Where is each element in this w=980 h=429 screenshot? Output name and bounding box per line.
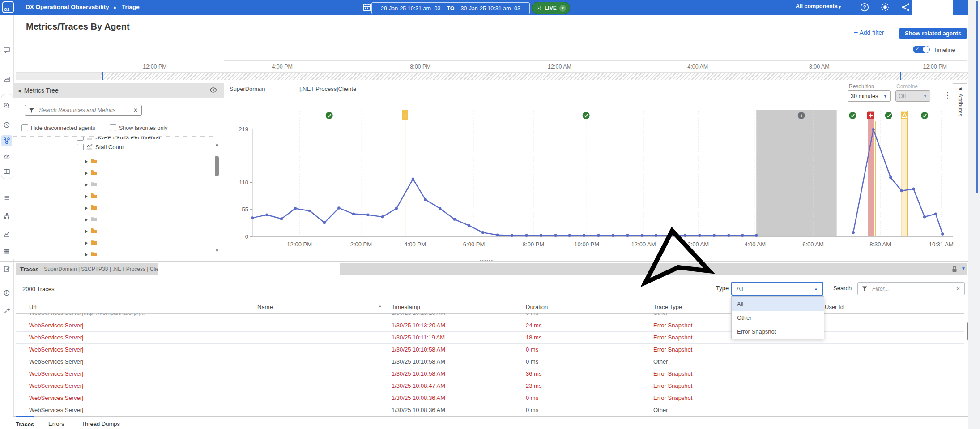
column-header-trace-type[interactable]: Trace Type bbox=[653, 304, 682, 310]
tree-scroll-thumb[interactable] bbox=[215, 156, 219, 176]
tree-folder-item[interactable] bbox=[85, 180, 98, 189]
metric-chart-icon bbox=[86, 143, 93, 151]
hierarchy-icon[interactable] bbox=[1, 210, 12, 221]
tree-folder-item[interactable] bbox=[85, 156, 98, 166]
dx-logo[interactable]: O2 bbox=[2, 1, 14, 13]
server-stack-icon[interactable] bbox=[1, 246, 12, 257]
tools-icon[interactable] bbox=[1, 305, 12, 316]
share-icon[interactable] bbox=[901, 3, 910, 12]
triage-network-icon[interactable] bbox=[1, 135, 12, 146]
calendar-icon[interactable] bbox=[362, 3, 371, 12]
tree-folder-item[interactable] bbox=[85, 168, 98, 178]
components-dropdown[interactable]: All components bbox=[796, 3, 838, 9]
breadcrumb-page[interactable]: Triage bbox=[122, 4, 140, 10]
lock-icon[interactable] bbox=[951, 266, 958, 275]
column-header-name[interactable]: Name bbox=[257, 304, 273, 310]
table-row[interactable]: WebServices|Server|1/30/25 10:10:58 AM36… bbox=[16, 368, 964, 380]
add-filter-button[interactable]: + Add filter bbox=[854, 29, 884, 37]
tab-errors[interactable]: Errors bbox=[48, 417, 64, 427]
chat-icon[interactable] bbox=[1, 45, 12, 56]
toggle-check-icon: ✓ bbox=[916, 46, 919, 51]
expand-caret-icon[interactable] bbox=[85, 181, 88, 188]
panel-splitter[interactable]: •••••• bbox=[0, 261, 980, 263]
page-scroll-thumb[interactable] bbox=[976, 1, 978, 193]
expand-caret-icon[interactable] bbox=[85, 193, 88, 200]
table-row[interactable]: WebServices|Server|1/30/25 10:08:47 AM23… bbox=[16, 380, 964, 392]
tree-folder-item[interactable] bbox=[85, 214, 98, 224]
tab-traces[interactable]: Traces bbox=[16, 416, 34, 428]
live-label: LIVE bbox=[545, 5, 557, 11]
column-header-user-id[interactable]: User Id bbox=[825, 304, 844, 310]
page-scrollbar[interactable] bbox=[968, 0, 980, 429]
splitter-handle[interactable]: •••••• bbox=[480, 258, 494, 263]
show-favorites-checkbox[interactable] bbox=[110, 124, 116, 131]
column-header-duration[interactable]: Duration bbox=[526, 304, 548, 310]
chart-line-icon[interactable] bbox=[1, 228, 12, 239]
type-select[interactable]: All ▲ bbox=[731, 282, 823, 296]
expand-caret-icon[interactable] bbox=[85, 251, 88, 258]
clear-filter-icon[interactable]: ✕ bbox=[956, 286, 960, 292]
edit-doc-icon[interactable] bbox=[1, 264, 12, 275]
tree-folder-item[interactable] bbox=[85, 238, 98, 248]
scroll-up-icon[interactable]: ▲ bbox=[215, 142, 219, 146]
dropdown-option[interactable]: Other bbox=[732, 311, 824, 325]
tree-items: SOAP Faults Per IntervalStall Count bbox=[13, 136, 213, 257]
metric-checkbox[interactable] bbox=[77, 136, 84, 141]
cell-url: WebServices|Server| bbox=[29, 368, 83, 380]
timeline-toggle[interactable]: ✓ bbox=[913, 46, 930, 53]
live-close-icon[interactable]: ✕ bbox=[559, 5, 566, 12]
cell-timestamp: 1/30/25 10:11:19 AM bbox=[392, 331, 445, 343]
tree-folder-item[interactable] bbox=[85, 191, 98, 201]
live-toggle[interactable]: LIVE ✕ bbox=[532, 2, 570, 14]
gauge-icon[interactable] bbox=[1, 151, 12, 162]
traces-bar-caret-icon[interactable]: ▼ bbox=[961, 266, 966, 271]
scroll-down-icon[interactable]: ▼ bbox=[215, 248, 219, 253]
info-icon[interactable] bbox=[1, 287, 12, 298]
dropdown-option[interactable]: Error Snapshot bbox=[732, 325, 824, 339]
collapse-left-icon[interactable]: ◀ bbox=[18, 88, 21, 93]
hide-disconnected-checkbox[interactable] bbox=[21, 124, 28, 131]
cell-trace_type: Other bbox=[653, 404, 668, 416]
book-icon[interactable] bbox=[1, 167, 12, 177]
metric-chart[interactable]: 21911055012:00 PM2:00 PM4:00 PM6:00 PM8:… bbox=[224, 61, 967, 260]
table-row[interactable]: WebServices|Server|1/30/25 10:08:36 AM0 … bbox=[16, 392, 964, 404]
image-alert-icon[interactable] bbox=[1, 74, 12, 85]
tab-thread-dumps[interactable]: Thread Dumps bbox=[81, 417, 120, 427]
timeline-range-marker[interactable] bbox=[102, 72, 103, 80]
help-icon[interactable]: ? bbox=[860, 3, 869, 12]
expand-caret-icon[interactable] bbox=[85, 216, 88, 223]
svg-text:2:00 PM: 2:00 PM bbox=[350, 241, 372, 248]
expand-caret-icon[interactable] bbox=[85, 205, 88, 211]
traces-filter-input[interactable]: Filter... ✕ bbox=[857, 282, 965, 295]
tree-folder-item[interactable] bbox=[85, 226, 98, 236]
tree-scrollbar[interactable]: ▲ ▼ bbox=[213, 138, 220, 257]
table-row[interactable]: WebServices|Server|1/30/25 10:08:36 AM0 … bbox=[16, 404, 964, 416]
search-zoom-icon[interactable] bbox=[1, 100, 12, 111]
breadcrumb-app[interactable]: DX Operational Observability bbox=[26, 4, 109, 10]
show-favorites-checkbox-row[interactable]: Show favorites only bbox=[110, 124, 167, 131]
show-related-agents-button[interactable]: Show related agents bbox=[899, 28, 967, 39]
expand-caret-icon[interactable] bbox=[85, 228, 88, 235]
expand-caret-icon[interactable] bbox=[85, 170, 88, 176]
tree-folder-item[interactable] bbox=[85, 249, 98, 257]
expand-caret-icon[interactable] bbox=[85, 158, 88, 165]
column-header-url[interactable]: Url bbox=[29, 304, 37, 310]
tree-metric-item[interactable]: SOAP Faults Per Interval bbox=[77, 136, 160, 142]
metrics-tree-header[interactable]: ◀ Metrics Tree bbox=[13, 83, 224, 98]
theme-brightness-icon[interactable] bbox=[881, 3, 890, 12]
clear-search-icon[interactable]: ✕ bbox=[133, 107, 138, 113]
dropdown-option[interactable]: All bbox=[732, 297, 824, 311]
tree-search-input[interactable]: Search Resources and Metrics ✕ bbox=[25, 105, 142, 116]
table-row[interactable]: WebServices|Server|1/30/25 10:10:58 AM0 … bbox=[16, 356, 964, 368]
list-icon[interactable] bbox=[1, 193, 12, 203]
tree-folder-item[interactable] bbox=[85, 203, 98, 213]
tree-metric-item[interactable]: Stall Count bbox=[77, 142, 124, 152]
column-header-timestamp[interactable]: Timestamp bbox=[392, 304, 420, 310]
date-range-picker[interactable]: 29-Jan-25 10:31 am -03 TO 30-Jan-25 10:3… bbox=[371, 2, 530, 14]
clock-icon[interactable] bbox=[1, 120, 12, 130]
eye-icon[interactable] bbox=[209, 87, 217, 94]
metric-checkbox[interactable] bbox=[77, 144, 84, 150]
expand-caret-icon[interactable] bbox=[85, 240, 88, 246]
table-row[interactable]: WebServices|Server|1/30/25 10:10:58 AM0 … bbox=[16, 343, 964, 356]
hide-disconnected-checkbox-row[interactable]: Hide disconnected agents bbox=[21, 124, 95, 131]
